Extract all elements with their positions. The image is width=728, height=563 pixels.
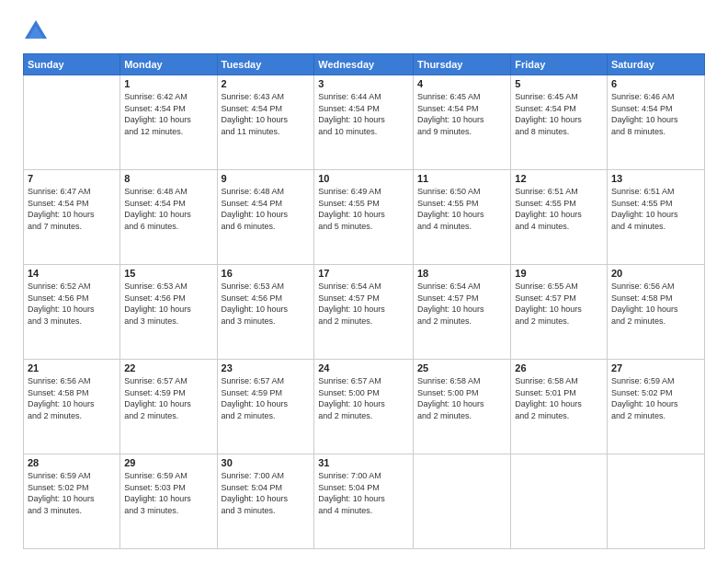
- logo-icon: [23, 18, 49, 44]
- cell-info-text: Sunrise: 6:54 AM Sunset: 4:57 PM Dayligh…: [318, 281, 409, 327]
- cell-day-number: 12: [515, 173, 603, 184]
- calendar-cell: 15Sunrise: 6:53 AM Sunset: 4:56 PM Dayli…: [120, 265, 217, 360]
- cell-day-number: 16: [222, 268, 311, 279]
- cell-day-number: 17: [318, 268, 409, 279]
- calendar-header-row: SundayMondayTuesdayWednesdayThursdayFrid…: [24, 54, 705, 75]
- cell-info-text: Sunrise: 6:57 AM Sunset: 4:59 PM Dayligh…: [124, 375, 212, 421]
- cell-day-number: 2: [222, 78, 311, 89]
- cell-day-number: 26: [515, 362, 603, 373]
- cell-day-number: 28: [28, 457, 116, 468]
- cell-info-text: Sunrise: 6:47 AM Sunset: 4:54 PM Dayligh…: [28, 186, 116, 232]
- cell-info-text: Sunrise: 6:55 AM Sunset: 4:57 PM Dayligh…: [515, 281, 603, 327]
- cell-info-text: Sunrise: 6:48 AM Sunset: 4:54 PM Dayligh…: [124, 186, 212, 232]
- calendar-cell: 28Sunrise: 6:59 AM Sunset: 5:02 PM Dayli…: [24, 454, 120, 549]
- cell-day-number: 14: [28, 268, 116, 279]
- calendar-week-2: 14Sunrise: 6:52 AM Sunset: 4:56 PM Dayli…: [24, 265, 705, 360]
- calendar-cell: [511, 454, 608, 549]
- calendar-cell: 14Sunrise: 6:52 AM Sunset: 4:56 PM Dayli…: [24, 265, 120, 360]
- cell-day-number: 19: [515, 268, 603, 279]
- calendar-cell: 24Sunrise: 6:57 AM Sunset: 5:00 PM Dayli…: [314, 360, 414, 454]
- cell-info-text: Sunrise: 6:53 AM Sunset: 4:56 PM Dayligh…: [222, 281, 311, 327]
- calendar-cell: 11Sunrise: 6:50 AM Sunset: 4:55 PM Dayli…: [413, 170, 510, 265]
- cell-day-number: 7: [28, 173, 116, 184]
- calendar-cell: 16Sunrise: 6:53 AM Sunset: 4:56 PM Dayli…: [217, 265, 314, 360]
- calendar-table: SundayMondayTuesdayWednesdayThursdayFrid…: [23, 53, 705, 549]
- calendar-cell: 23Sunrise: 6:57 AM Sunset: 4:59 PM Dayli…: [217, 360, 314, 454]
- calendar-cell: 31Sunrise: 7:00 AM Sunset: 5:04 PM Dayli…: [314, 454, 414, 549]
- cell-day-number: 18: [417, 268, 506, 279]
- calendar-week-3: 21Sunrise: 6:56 AM Sunset: 4:58 PM Dayli…: [24, 360, 705, 454]
- calendar-cell: 12Sunrise: 6:51 AM Sunset: 4:55 PM Dayli…: [511, 170, 608, 265]
- cell-info-text: Sunrise: 6:42 AM Sunset: 4:54 PM Dayligh…: [124, 91, 212, 137]
- cell-info-text: Sunrise: 7:00 AM Sunset: 5:04 PM Dayligh…: [222, 470, 311, 516]
- cell-info-text: Sunrise: 6:59 AM Sunset: 5:03 PM Dayligh…: [124, 470, 212, 516]
- calendar-cell: 8Sunrise: 6:48 AM Sunset: 4:54 PM Daylig…: [120, 170, 217, 265]
- cell-info-text: Sunrise: 6:59 AM Sunset: 5:02 PM Dayligh…: [611, 375, 700, 421]
- calendar-cell: 9Sunrise: 6:48 AM Sunset: 4:54 PM Daylig…: [217, 170, 314, 265]
- cell-day-number: 27: [611, 362, 700, 373]
- cell-day-number: 25: [417, 362, 506, 373]
- calendar-cell: 30Sunrise: 7:00 AM Sunset: 5:04 PM Dayli…: [217, 454, 314, 549]
- calendar-week-1: 7Sunrise: 6:47 AM Sunset: 4:54 PM Daylig…: [24, 170, 705, 265]
- cell-info-text: Sunrise: 6:52 AM Sunset: 4:56 PM Dayligh…: [28, 281, 116, 327]
- calendar-cell: 27Sunrise: 6:59 AM Sunset: 5:02 PM Dayli…: [607, 360, 704, 454]
- cell-info-text: Sunrise: 6:51 AM Sunset: 4:55 PM Dayligh…: [611, 186, 700, 232]
- header: [23, 18, 705, 44]
- cell-info-text: Sunrise: 6:54 AM Sunset: 4:57 PM Dayligh…: [417, 281, 506, 327]
- cell-day-number: 5: [515, 78, 603, 89]
- cell-info-text: Sunrise: 6:50 AM Sunset: 4:55 PM Dayligh…: [417, 186, 506, 232]
- cell-day-number: 20: [611, 268, 700, 279]
- calendar-cell: 4Sunrise: 6:45 AM Sunset: 4:54 PM Daylig…: [413, 75, 510, 170]
- calendar-cell: 2Sunrise: 6:43 AM Sunset: 4:54 PM Daylig…: [217, 75, 314, 170]
- cell-info-text: Sunrise: 6:59 AM Sunset: 5:02 PM Dayligh…: [28, 470, 116, 516]
- calendar-cell: 18Sunrise: 6:54 AM Sunset: 4:57 PM Dayli…: [413, 265, 510, 360]
- cell-day-number: 3: [318, 78, 409, 89]
- calendar-cell: [24, 75, 120, 170]
- cell-day-number: 30: [222, 457, 311, 468]
- cell-info-text: Sunrise: 6:56 AM Sunset: 4:58 PM Dayligh…: [611, 281, 700, 327]
- calendar-cell: 19Sunrise: 6:55 AM Sunset: 4:57 PM Dayli…: [511, 265, 608, 360]
- header-sunday: Sunday: [24, 54, 120, 75]
- calendar-cell: 5Sunrise: 6:45 AM Sunset: 4:54 PM Daylig…: [511, 75, 608, 170]
- cell-day-number: 4: [417, 78, 506, 89]
- cell-info-text: Sunrise: 6:56 AM Sunset: 4:58 PM Dayligh…: [28, 375, 116, 421]
- calendar-cell: 29Sunrise: 6:59 AM Sunset: 5:03 PM Dayli…: [120, 454, 217, 549]
- cell-day-number: 15: [124, 268, 212, 279]
- cell-day-number: 6: [611, 78, 700, 89]
- header-thursday: Thursday: [413, 54, 510, 75]
- calendar-week-0: 1Sunrise: 6:42 AM Sunset: 4:54 PM Daylig…: [24, 75, 705, 170]
- calendar-cell: 6Sunrise: 6:46 AM Sunset: 4:54 PM Daylig…: [607, 75, 704, 170]
- cell-day-number: 1: [124, 78, 212, 89]
- header-tuesday: Tuesday: [217, 54, 314, 75]
- cell-day-number: 9: [222, 173, 311, 184]
- calendar-cell: [607, 454, 704, 549]
- cell-info-text: Sunrise: 6:57 AM Sunset: 4:59 PM Dayligh…: [222, 375, 311, 421]
- cell-info-text: Sunrise: 6:49 AM Sunset: 4:55 PM Dayligh…: [318, 186, 409, 232]
- calendar-cell: 20Sunrise: 6:56 AM Sunset: 4:58 PM Dayli…: [607, 265, 704, 360]
- cell-day-number: 22: [124, 362, 212, 373]
- calendar-cell: 3Sunrise: 6:44 AM Sunset: 4:54 PM Daylig…: [314, 75, 414, 170]
- cell-info-text: Sunrise: 6:44 AM Sunset: 4:54 PM Dayligh…: [318, 91, 409, 137]
- cell-info-text: Sunrise: 6:45 AM Sunset: 4:54 PM Dayligh…: [515, 91, 603, 137]
- cell-day-number: 13: [611, 173, 700, 184]
- calendar-cell: 1Sunrise: 6:42 AM Sunset: 4:54 PM Daylig…: [120, 75, 217, 170]
- cell-day-number: 11: [417, 173, 506, 184]
- header-saturday: Saturday: [607, 54, 704, 75]
- page: SundayMondayTuesdayWednesdayThursdayFrid…: [0, 0, 728, 563]
- calendar-cell: 10Sunrise: 6:49 AM Sunset: 4:55 PM Dayli…: [314, 170, 414, 265]
- calendar-cell: [413, 454, 510, 549]
- calendar-week-4: 28Sunrise: 6:59 AM Sunset: 5:02 PM Dayli…: [24, 454, 705, 549]
- cell-info-text: Sunrise: 6:58 AM Sunset: 5:00 PM Dayligh…: [417, 375, 506, 421]
- logo: [23, 18, 52, 44]
- cell-info-text: Sunrise: 6:45 AM Sunset: 4:54 PM Dayligh…: [417, 91, 506, 137]
- cell-info-text: Sunrise: 6:43 AM Sunset: 4:54 PM Dayligh…: [222, 91, 311, 137]
- cell-day-number: 24: [318, 362, 409, 373]
- calendar-cell: 26Sunrise: 6:58 AM Sunset: 5:01 PM Dayli…: [511, 360, 608, 454]
- cell-info-text: Sunrise: 6:48 AM Sunset: 4:54 PM Dayligh…: [222, 186, 311, 232]
- cell-info-text: Sunrise: 6:58 AM Sunset: 5:01 PM Dayligh…: [515, 375, 603, 421]
- cell-day-number: 10: [318, 173, 409, 184]
- calendar-cell: 22Sunrise: 6:57 AM Sunset: 4:59 PM Dayli…: [120, 360, 217, 454]
- cell-info-text: Sunrise: 6:57 AM Sunset: 5:00 PM Dayligh…: [318, 375, 409, 421]
- cell-day-number: 29: [124, 457, 212, 468]
- calendar-cell: 13Sunrise: 6:51 AM Sunset: 4:55 PM Dayli…: [607, 170, 704, 265]
